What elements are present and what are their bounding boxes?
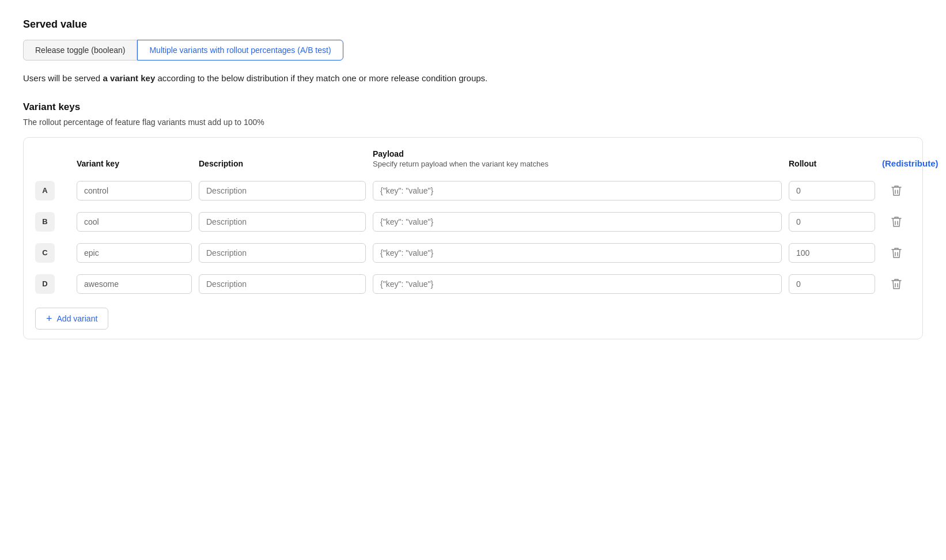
trash-icon: [891, 216, 902, 228]
payload-col-sub: Specify return payload when the variant …: [373, 160, 782, 168]
payload-input-c[interactable]: [373, 243, 782, 263]
variant-key-input-c[interactable]: [77, 243, 192, 263]
variant-keys-title: Variant keys: [23, 101, 923, 113]
col-header-payload: Payload Specify return payload when the …: [373, 149, 782, 168]
delete-row-a[interactable]: [882, 183, 911, 199]
payload-col-title: Payload: [373, 149, 782, 158]
add-variant-button[interactable]: + Add variant: [35, 308, 108, 330]
variant-key-input-a[interactable]: [77, 181, 192, 200]
variant-keys-subtitle: The rollout percentage of feature flag v…: [23, 118, 923, 127]
tab-row: Release toggle (boolean) Multiple varian…: [23, 40, 923, 60]
rollout-input-d[interactable]: [789, 274, 875, 294]
table-header: Variant key Description Payload Specify …: [35, 149, 911, 175]
variant-badge-b: B: [35, 212, 55, 232]
tab-boolean[interactable]: Release toggle (boolean): [23, 40, 137, 60]
delete-row-c[interactable]: [882, 245, 911, 261]
redistribute-button[interactable]: (Redistribute): [882, 158, 911, 168]
col-header-rollout: Rollout: [789, 159, 875, 168]
variants-table: Variant key Description Payload Specify …: [23, 137, 923, 339]
tab-ab-test[interactable]: Multiple variants with rollout percentag…: [137, 40, 343, 60]
payload-input-a[interactable]: [373, 181, 782, 200]
table-row: C: [35, 237, 911, 268]
rollout-input-c[interactable]: [789, 243, 875, 263]
trash-icon: [891, 185, 902, 196]
payload-input-b[interactable]: [373, 212, 782, 232]
trash-icon: [891, 247, 902, 259]
variant-key-input-d[interactable]: [77, 274, 192, 294]
trash-icon: [891, 278, 902, 290]
variant-badge-a: A: [35, 181, 55, 200]
delete-row-b[interactable]: [882, 214, 911, 230]
col-header-variant-key: Variant key: [77, 159, 192, 168]
rollout-input-b[interactable]: [789, 212, 875, 232]
payload-input-d[interactable]: [373, 274, 782, 294]
table-row: B: [35, 206, 911, 237]
add-variant-label: Add variant: [57, 314, 98, 323]
variant-badge-c: C: [35, 243, 55, 263]
description-input-b[interactable]: [199, 212, 366, 232]
col-header-description: Description: [199, 159, 366, 168]
description-input-c[interactable]: [199, 243, 366, 263]
served-value-description: Users will be served a variant key accor…: [23, 72, 923, 85]
description-input-a[interactable]: [199, 181, 366, 200]
variant-key-input-b[interactable]: [77, 212, 192, 232]
description-input-d[interactable]: [199, 274, 366, 294]
delete-row-d[interactable]: [882, 276, 911, 292]
rollout-input-a[interactable]: [789, 181, 875, 200]
plus-icon: +: [46, 313, 52, 324]
table-row: A: [35, 175, 911, 206]
variant-badge-d: D: [35, 274, 55, 294]
table-row: D: [35, 268, 911, 300]
served-value-title: Served value: [23, 18, 923, 31]
